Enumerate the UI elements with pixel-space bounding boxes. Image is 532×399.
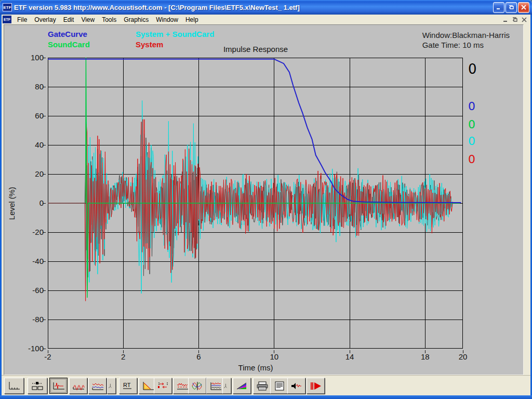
corner-icon: [223, 381, 231, 391]
speaker-icon: [289, 381, 304, 391]
rt-icon: RT: [121, 381, 136, 391]
spectrum-wedge-button[interactable]: [233, 378, 251, 394]
impulse-icon: [51, 381, 66, 391]
waterfall-button[interactable]: [206, 378, 224, 394]
legend-item: GateCurve: [48, 29, 136, 39]
restore-button[interactable]: [506, 2, 517, 13]
legend-item: System + SoundCard: [136, 29, 214, 39]
x-tick-label: 2: [108, 352, 139, 361]
play-measure-button[interactable]: [307, 378, 325, 394]
menu-item-edit[interactable]: Edit: [60, 15, 78, 24]
overlay-icon: [90, 381, 105, 391]
axes-button[interactable]: [4, 378, 24, 394]
mdi-close-button[interactable]: [520, 16, 528, 23]
axes-icon: [7, 381, 21, 391]
print-button[interactable]: [253, 378, 271, 394]
document-icon: [272, 381, 287, 391]
toolbar: RT: [2, 375, 530, 395]
app-icon: ETF: [3, 3, 12, 11]
curve-offset-value: 0: [468, 100, 475, 113]
printer-icon: [255, 381, 270, 391]
menu-item-help[interactable]: Help: [182, 15, 202, 24]
title-bar[interactable]: ETF ETF version 5.983 http://www.Acousti…: [0, 0, 532, 15]
curve-offset-value: 0: [468, 135, 475, 148]
panels-icon: [30, 381, 45, 391]
menu-item-view[interactable]: View: [77, 15, 98, 24]
gate-time-label: Gate Time: 10 ms: [422, 40, 510, 50]
menu-bar: ETF FileOverlayEditViewToolsGraphicsWind…: [2, 15, 530, 24]
svg-text:RT: RT: [123, 382, 131, 388]
x-tick-label: 10: [259, 352, 290, 361]
phasesines-icon: [190, 381, 205, 391]
window-function-label: Window:Blackman-Harris: [422, 30, 510, 40]
plot-area[interactable]: [48, 58, 463, 349]
speaker-test-button[interactable]: [287, 378, 305, 394]
y-tick-label: -20: [4, 228, 44, 236]
menu-item-tools[interactable]: Tools: [98, 15, 120, 24]
restore-icon: [508, 4, 514, 10]
menu-item-overlay[interactable]: Overlay: [31, 15, 59, 24]
chart-title: Impulse Response: [178, 45, 334, 54]
minimize-button[interactable]: [493, 2, 504, 13]
impulse-response-button[interactable]: [49, 378, 68, 394]
y-tick-label: 100: [4, 53, 44, 62]
gatearrows-icon: [156, 381, 170, 391]
mdi-minimize-icon: [503, 17, 508, 22]
x-axis-label: Time (ms): [178, 363, 334, 372]
notes-button[interactable]: [270, 378, 288, 394]
y-tick-label: -40: [4, 257, 44, 265]
sine-train-button[interactable]: [69, 378, 87, 394]
play-icon: [309, 381, 323, 391]
app-window: ETF ETF version 5.983 http://www.Acousti…: [0, 0, 532, 399]
document-icon-etf[interactable]: ETF: [3, 16, 11, 23]
rotate-axis-2-button[interactable]: [222, 378, 231, 394]
gate-markers-button[interactable]: [154, 378, 172, 394]
x-tick-label: 14: [334, 352, 365, 361]
window-border-bottom: [0, 395, 532, 399]
curve-offset-value: 0: [468, 118, 475, 131]
minimize-icon: [496, 4, 502, 10]
y-tick-label: 20: [4, 169, 44, 178]
panels-button[interactable]: [28, 378, 47, 394]
legend-item: SoundCard: [48, 39, 136, 50]
window-title: ETF version 5.983 http://www.Acoustisoft…: [14, 4, 493, 11]
window-border-left: [0, 15, 2, 395]
x-tick-label: 20: [447, 352, 478, 361]
y-tick-label: -100: [4, 344, 44, 353]
mdi-restore-icon: [512, 17, 517, 22]
corner-icon: [108, 381, 115, 391]
mdi-restore-button[interactable]: [510, 16, 519, 23]
reverb-time-button[interactable]: RT: [119, 378, 137, 394]
x-tick-label: 18: [409, 352, 441, 361]
x-tick-label: -2: [32, 352, 63, 361]
y-tick-label: 40: [4, 140, 44, 149]
decay-icon: [141, 381, 155, 391]
mdi-close-icon: [522, 17, 527, 22]
series-gatecurve: [48, 59, 461, 203]
mdi-minimize-button[interactable]: [501, 16, 510, 23]
curve-offset-value: 0: [468, 153, 475, 166]
close-icon: [521, 4, 527, 10]
y-tick-label: 60: [4, 111, 44, 120]
y-tick-label: -80: [4, 315, 44, 324]
dashwave-icon: [175, 381, 190, 391]
waterfall-icon: [208, 381, 223, 391]
menu-item-window[interactable]: Window: [152, 15, 182, 24]
rotate-axis-button[interactable]: [107, 378, 116, 394]
close-button[interactable]: [518, 2, 529, 13]
phase-curves-button[interactable]: [188, 378, 206, 394]
y-tick-label: -60: [4, 286, 44, 295]
y-tick-label: 0: [4, 198, 44, 207]
x-tick-label: 6: [183, 352, 215, 361]
window-gate-info: Window:Blackman-Harris Gate Time: 10 ms: [422, 30, 510, 50]
menu-item-graphics[interactable]: Graphics: [120, 15, 152, 24]
sinetrain-icon: [71, 381, 86, 391]
wedge-icon: [235, 381, 249, 391]
menu-item-file[interactable]: File: [14, 15, 31, 24]
curve-offset-value: 0: [468, 61, 477, 77]
overlay-curves-button[interactable]: [88, 378, 107, 394]
y-tick-label: 80: [4, 82, 44, 91]
chart-panel: GateCurveSystem + SoundCardSoundCardSyst…: [4, 24, 524, 375]
